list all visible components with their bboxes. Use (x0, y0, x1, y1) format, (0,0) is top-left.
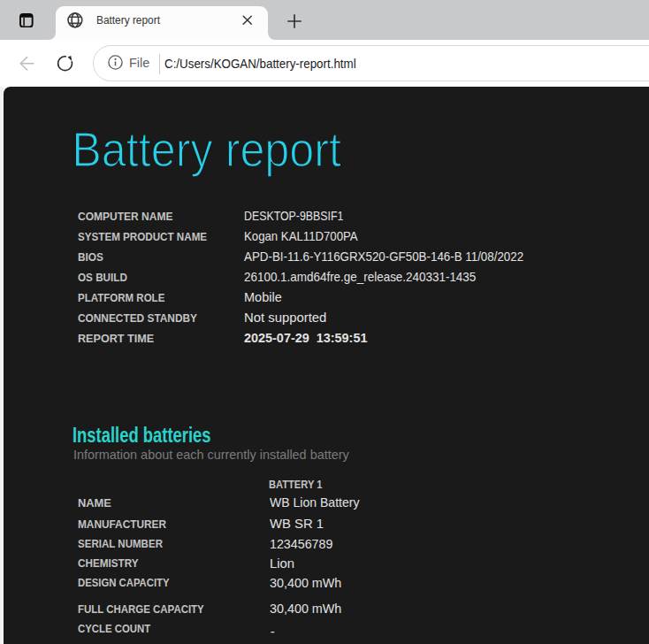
svg-text:Battery report: Battery report (72, 122, 341, 177)
